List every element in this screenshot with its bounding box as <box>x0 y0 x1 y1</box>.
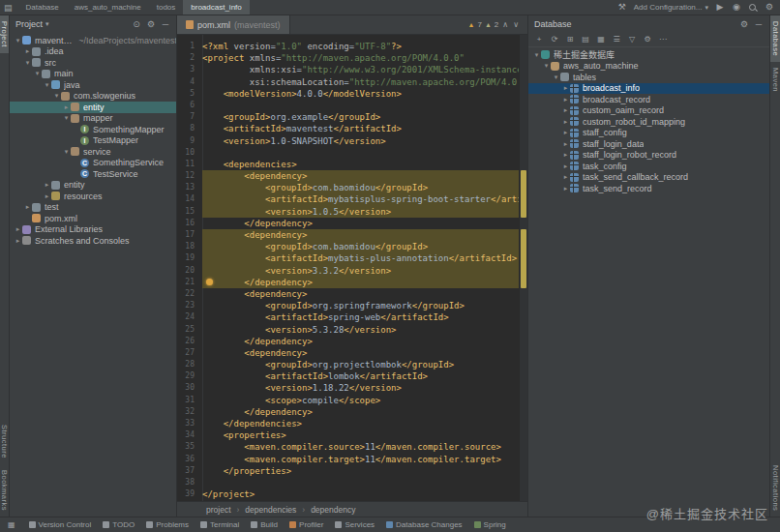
collapsed-chevron-icon[interactable]: ▸ <box>561 151 570 159</box>
code-editor[interactable]: 1<?xml version="1.0" encoding="UTF-8"?>2… <box>177 35 527 501</box>
collapsed-chevron-icon[interactable]: ▸ <box>561 84 570 92</box>
code-line-30[interactable]: 30 <version>1.18.22</version> <box>177 382 519 394</box>
line-number-14[interactable]: 14 <box>177 193 202 205</box>
code-line-32[interactable]: 32 </dependency> <box>177 406 519 418</box>
rows-icon[interactable]: ☰ <box>613 36 620 44</box>
build-hammer-icon[interactable]: ⚒ <box>617 3 627 12</box>
code-line-26[interactable]: 26 </dependency> <box>177 336 519 347</box>
line-number-37[interactable]: 37 <box>177 465 202 477</box>
breadcrumb-project[interactable]: project <box>206 505 231 515</box>
statusbar-item-todo[interactable]: TODO <box>103 520 135 529</box>
tree-item-task_send_callback_record[interactable]: ▸task_send_callback_record <box>528 172 769 184</box>
code-line-4[interactable]: 4 xsi:schemaLocation="http://maven.apach… <box>177 76 519 88</box>
tree-item-task_send_record[interactable]: ▸task_send_record <box>528 183 769 194</box>
tree-item-staff_login_data[interactable]: ▸staff_login_data <box>528 138 769 150</box>
expanded-chevron-icon[interactable]: ▾ <box>23 59 32 67</box>
attach-session-icon[interactable]: ⊞ <box>566 36 574 44</box>
code-line-38[interactable]: 38 <box>177 477 519 488</box>
title-tab-aws_auto_machine[interactable]: aws_auto_machine <box>67 0 149 15</box>
tree-item-.idea[interactable]: ▸.idea <box>10 46 176 58</box>
expanded-chevron-icon[interactable]: ▾ <box>62 114 71 122</box>
collapsed-chevron-icon[interactable]: ▸ <box>43 192 51 200</box>
code-line-11[interactable]: 11 <dependencies> <box>177 159 519 170</box>
tree-item-tables[interactable]: ▾tables <box>528 72 769 83</box>
code-line-9[interactable]: 9 <version>1.0-SNAPSHOT</version> <box>177 135 519 147</box>
tool-window-switcher-icon[interactable]: ▦ <box>8 520 15 529</box>
tree-item-maventest[interactable]: ▾maventest~/IdeaProjects/maventest <box>10 35 176 46</box>
tree-item-SomethingMapper[interactable]: ISomethingMapper <box>10 124 176 135</box>
code-line-36[interactable]: 36 <maven.compiler.target>11</maven.comp… <box>177 454 519 465</box>
line-number-38[interactable]: 38 <box>177 477 202 488</box>
statusbar-item-problems[interactable]: Problems <box>146 520 189 529</box>
collapsed-chevron-icon[interactable]: ▸ <box>43 181 51 189</box>
breadcrumb-dependency[interactable]: dependency <box>311 505 355 515</box>
line-number-7[interactable]: 7 <box>177 111 202 123</box>
refresh-icon[interactable]: ⟳ <box>551 36 558 44</box>
line-number-28[interactable]: 28 <box>177 359 202 370</box>
code-line-14[interactable]: 14 <artifactId>mybatisplus-spring-boot-s… <box>177 193 519 205</box>
code-line-15[interactable]: 15 <version>1.0.5</version> <box>177 206 519 218</box>
code-line-21[interactable]: 21 </dependency> <box>177 277 519 288</box>
code-line-3[interactable]: 3 xmlns:xsi="http://www.w3.org/2001/XMLS… <box>177 64 519 75</box>
tree-item-broadcast_info[interactable]: ▸broadcast_info <box>528 83 769 95</box>
settings-icon[interactable]: ⚙ <box>765 3 774 13</box>
code-line-18[interactable]: 18 <groupId>com.baomidou</groupId> <box>177 241 519 252</box>
code-line-6[interactable]: 6 <box>177 100 519 111</box>
tree-item-TestMapper[interactable]: ITestMapper <box>10 135 176 147</box>
collapsed-chevron-icon[interactable]: ▸ <box>561 185 570 192</box>
expanded-chevron-icon[interactable]: ▾ <box>14 37 22 44</box>
code-line-16[interactable]: 16 </dependency> <box>177 218 519 229</box>
code-line-2[interactable]: 2<project xmlns="http://maven.apache.org… <box>177 52 519 64</box>
line-number-4[interactable]: 4 <box>177 76 202 88</box>
expanded-chevron-icon[interactable]: ▾ <box>33 70 42 77</box>
code-line-25[interactable]: 25 <version>5.3.28</version> <box>177 324 519 336</box>
code-line-19[interactable]: 19 <artifactId>mybatis-plus-annotation</… <box>177 252 519 264</box>
code-line-37[interactable]: 37 </properties> <box>177 465 519 477</box>
code-line-28[interactable]: 28 <groupId>org.projectlombok</groupId> <box>177 359 519 370</box>
collapsed-chevron-icon[interactable]: ▸ <box>561 118 570 126</box>
tree-item-staff_login_robot_record[interactable]: ▸staff_login_robot_record <box>528 150 769 162</box>
collapsed-chevron-icon[interactable]: ▸ <box>23 47 32 55</box>
next-issue-icon[interactable]: ∨ <box>512 20 520 29</box>
line-number-18[interactable]: 18 <box>177 241 202 252</box>
project-panel-title[interactable]: Project ▾ <box>15 19 49 29</box>
tree-item-task_config[interactable]: ▸task_config <box>528 161 769 172</box>
statusbar-item-build[interactable]: Build <box>251 520 278 529</box>
line-number-35[interactable]: 35 <box>177 441 202 453</box>
code-line-34[interactable]: 34 <properties> <box>177 429 519 441</box>
code-line-8[interactable]: 8 <artifactId>maventest</artifactId> <box>177 123 519 134</box>
tree-item-src[interactable]: ▾src <box>10 57 176 69</box>
statusbar-item-services[interactable]: Services <box>335 520 375 529</box>
tree-item-com.slowgenius[interactable]: ▾com.slowgenius <box>10 91 176 103</box>
tree-item-Scratches and Consoles[interactable]: ▸Scratches and Consoles <box>10 235 176 247</box>
line-number-25[interactable]: 25 <box>177 324 202 336</box>
tool-window-button-structure[interactable]: Structure <box>0 419 10 464</box>
collapsed-chevron-icon[interactable]: ▸ <box>561 96 570 103</box>
tree-item-broadcast_record[interactable]: ▸broadcast_record <box>528 94 769 105</box>
tree-item-staff_config[interactable]: ▸staff_config <box>528 128 769 139</box>
tree-item-pom.xml[interactable]: pom.xml <box>10 213 176 224</box>
code-line-27[interactable]: 27 <dependency> <box>177 347 519 359</box>
tree-item-java[interactable]: ▾java <box>10 79 176 91</box>
add-configuration-button[interactable]: Add Configuration... ▾ <box>634 3 708 12</box>
tree-item-custom_robot_id_mapping[interactable]: ▸custom_robot_id_mapping <box>528 116 769 128</box>
statusbar-item-terminal[interactable]: Terminal <box>200 520 239 529</box>
tool-window-button-database[interactable]: Database <box>770 15 780 62</box>
statusbar-item-spring[interactable]: Spring <box>474 520 506 529</box>
tree-item-SomethingService[interactable]: CSomethingService <box>10 158 176 169</box>
statusbar-item-profiler[interactable]: Profiler <box>289 520 323 529</box>
code-line-31[interactable]: 31 <scope>compile</scope> <box>177 395 519 406</box>
locate-file-icon[interactable]: ⊙ <box>132 20 141 29</box>
code-line-20[interactable]: 20 <version>3.3.2</version> <box>177 265 519 277</box>
line-number-32[interactable]: 32 <box>177 406 202 418</box>
search-everywhere-icon[interactable] <box>748 3 758 13</box>
tree-item-entity[interactable]: ▸entity <box>10 102 176 113</box>
tool-window-button-maven[interactable]: Maven <box>770 62 780 98</box>
line-number-10[interactable]: 10 <box>177 147 202 159</box>
code-line-10[interactable]: 10 <box>177 147 519 159</box>
tool-window-button-project[interactable]: Project <box>0 15 10 53</box>
code-line-33[interactable]: 33 </dependencies> <box>177 418 519 429</box>
tree-item-External Libraries[interactable]: ▸External Libraries <box>10 224 176 236</box>
hide-panel-icon[interactable]: ─ <box>161 20 170 29</box>
code-line-12[interactable]: 12 <dependency> <box>177 170 519 182</box>
